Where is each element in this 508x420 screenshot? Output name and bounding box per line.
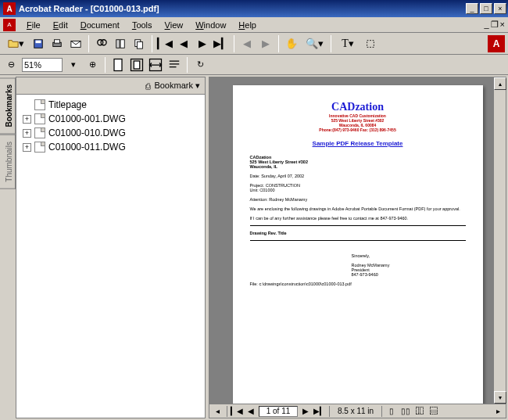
expand-icon[interactable]: + <box>23 129 31 138</box>
graphics-select-tool[interactable] <box>362 35 379 52</box>
bookmark-item[interactable]: + C01000-010.DWG <box>18 126 203 140</box>
page-icon <box>34 99 45 110</box>
expand-icon[interactable]: + <box>23 143 31 152</box>
zoom-out-button[interactable]: ⊖ <box>3 57 19 73</box>
main-area: Bookmarks Thumbnails ⎙ Bookmark ▾ Titlep… <box>0 75 508 420</box>
pdf-body: If I can be of any further assistance pl… <box>250 216 466 221</box>
menu-window[interactable]: Window <box>189 19 232 31</box>
menu-file[interactable]: File <box>20 19 47 31</box>
window-buttons: _ □ × <box>466 3 506 14</box>
menu-document[interactable]: Document <box>74 19 126 31</box>
prev-view-button[interactable]: ◀ <box>238 35 256 52</box>
status-first-page[interactable]: ▎◀ <box>231 406 243 417</box>
toolbar-separator <box>88 35 89 52</box>
save-copy-button[interactable] <box>30 35 47 52</box>
svg-rect-14 <box>134 61 140 69</box>
pdf-file: File: c:\drawings\construction\c01000\c0… <box>250 282 466 286</box>
toolbar-separator <box>187 57 188 73</box>
tab-thumbnails[interactable]: Thumbnails <box>0 135 16 189</box>
pdf-rule <box>250 225 466 226</box>
next-page-button[interactable]: ▶ <box>194 35 211 52</box>
open-button[interactable]: ▾ <box>3 35 28 52</box>
scroll-down-icon[interactable]: ▾ <box>494 391 506 404</box>
doc-close-button[interactable]: × <box>500 20 505 31</box>
status-next-page[interactable]: ▶ <box>299 406 312 417</box>
continuous-view[interactable]: ▯▯ <box>399 406 412 417</box>
pdf-project: Project: CONSTRUCTION Unit: C01000 <box>250 183 466 192</box>
copy-button[interactable] <box>131 35 148 52</box>
expand-icon[interactable]: + <box>23 115 31 124</box>
zoom-input[interactable] <box>22 58 63 72</box>
panel-header: ⎙ Bookmark ▾ <box>16 77 205 95</box>
menu-help[interactable]: Help <box>232 19 263 31</box>
last-page-button[interactable]: ▶▎ <box>213 35 230 52</box>
menu-tools[interactable]: Tools <box>126 19 159 31</box>
close-button[interactable]: × <box>494 3 506 14</box>
bookmark-label: C01000-011.DWG <box>48 142 126 153</box>
bookmark-item[interactable]: + C01000-001.DWG <box>18 112 203 126</box>
menu-view[interactable]: View <box>159 19 190 31</box>
zoom-in-button[interactable]: ⊕ <box>84 57 100 73</box>
mail-button[interactable] <box>67 35 84 52</box>
pdf-table-header: Drawing Rev. Title <box>250 231 466 235</box>
bookmarks-panel: ⎙ Bookmark ▾ Titlepage + C01000-001.DWG … <box>16 77 206 418</box>
hand-tool-button[interactable]: ✋ <box>283 35 300 52</box>
pdf-signature: Sincerely, Rodney McManamy President 847… <box>352 253 466 277</box>
scroll-left-icon[interactable]: ◂ <box>211 406 224 417</box>
svg-rect-8 <box>120 39 124 48</box>
vertical-scrollbar[interactable]: ▴ ▾ <box>493 77 506 404</box>
svg-rect-12 <box>114 59 122 70</box>
svg-rect-3 <box>55 39 60 42</box>
text-select-tool[interactable]: T▾ <box>335 35 360 52</box>
page-indicator[interactable]: 1 of 11 <box>259 406 298 417</box>
print-button[interactable] <box>48 35 66 52</box>
continuous-facing-view[interactable]: ⿳ <box>428 406 440 417</box>
document-area: CADzation Innovative CAD Customization 5… <box>209 77 506 418</box>
find-button[interactable] <box>93 35 110 52</box>
scroll-up-icon[interactable]: ▴ <box>494 77 506 90</box>
scroll-right-icon[interactable]: ▸ <box>492 406 504 417</box>
menu-edit[interactable]: Edit <box>47 19 74 31</box>
reflow-button[interactable] <box>166 57 182 73</box>
panel-options-icon[interactable]: ⎙ <box>145 81 151 91</box>
pdf-phone: Phone:(847) 973-9460 Fax: (312) 896-7455 <box>250 127 466 132</box>
rotate-button[interactable]: ↻ <box>192 57 208 73</box>
tab-bookmarks[interactable]: Bookmarks <box>0 77 16 134</box>
doc-minimize-button[interactable]: _ <box>484 20 488 31</box>
doc-restore-button[interactable]: ❐ <box>491 20 499 31</box>
minimize-button[interactable]: _ <box>466 3 478 14</box>
page-dimensions: 8.5 x 11 in <box>333 407 378 415</box>
toolbar-separator <box>105 57 106 73</box>
document-menu-icon[interactable]: A <box>3 19 16 31</box>
zoom-dropdown[interactable]: ▾ <box>66 57 81 73</box>
first-page-button[interactable]: ▎◀ <box>156 35 174 52</box>
page-icon <box>34 113 45 124</box>
pdf-subtitle: Sample PDF Release Template <box>250 140 466 147</box>
toolbar-separator <box>331 35 331 52</box>
nav-pane-button[interactable] <box>112 35 129 52</box>
facing-view[interactable]: ⿲ <box>413 406 426 417</box>
actual-size-button[interactable] <box>110 57 126 73</box>
bookmark-item[interactable]: + C01000-011.DWG <box>18 140 203 154</box>
fit-width-button[interactable] <box>148 57 163 73</box>
pdf-attention: Attention: Rodney McManamy <box>250 197 466 202</box>
document-statusbar: ◂ ▎◀ ◀ 1 of 11 ▶ ▶▎ 8.5 x 11 in ▯ ▯▯ ⿲ ⿳… <box>209 404 506 418</box>
fit-page-button[interactable] <box>129 57 145 73</box>
panel-dropdown[interactable]: Bookmark ▾ <box>154 81 200 91</box>
next-view-button[interactable]: ▶ <box>257 35 274 52</box>
status-prev-page[interactable]: ◀ <box>245 406 257 417</box>
bookmark-item[interactable]: Titlepage <box>18 98 203 112</box>
maximize-button[interactable]: □ <box>480 3 492 14</box>
status-last-page[interactable]: ▶▎ <box>313 406 326 417</box>
zoom-tool-button[interactable]: 🔍▾ <box>302 35 327 52</box>
bookmarks-tree: Titlepage + C01000-001.DWG + C01000-010.… <box>16 95 205 418</box>
single-page-view[interactable]: ▯ <box>385 406 398 417</box>
pdf-brand: CADzation <box>250 101 466 113</box>
page-icon <box>34 127 45 138</box>
document-viewport[interactable]: CADzation Innovative CAD Customization 5… <box>209 77 506 404</box>
svg-point-6 <box>101 39 106 45</box>
prev-page-button[interactable]: ◀ <box>175 35 192 52</box>
svg-rect-1 <box>36 40 41 43</box>
titlebar: A Acrobat Reader - [C01000-013.pdf] _ □ … <box>0 0 508 17</box>
toolbar-zoom: ⊖ ▾ ⊕ ↻ <box>0 55 508 75</box>
